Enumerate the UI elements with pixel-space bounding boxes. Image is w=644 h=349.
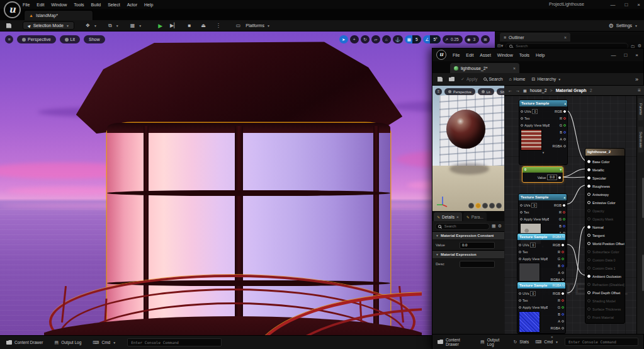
input-pin[interactable] xyxy=(519,251,521,253)
tab-lighthouse-2[interactable]: lighthouse_2* × xyxy=(450,63,519,73)
output-pin[interactable]: B xyxy=(558,262,564,269)
output-pin[interactable]: G xyxy=(559,215,565,222)
output-pin[interactable] xyxy=(558,176,561,179)
menu-item[interactable]: Actor xyxy=(127,3,137,7)
rgba-pin-tag[interactable]: RGBA ↻ xyxy=(553,234,565,240)
graph-options-icon[interactable]: ≡ xyxy=(638,88,641,93)
shape-cylinder-button[interactable] xyxy=(468,203,474,209)
input-pin[interactable] xyxy=(519,299,521,302)
node-material-result[interactable]: lighthouse_2 Base ColorMetallicSpecularR… xyxy=(585,148,625,324)
node-texture-sample-4[interactable]: Texture SampleRGBA ↻ UVs0 Tex Apply View… xyxy=(517,282,566,334)
menu-item[interactable]: Build xyxy=(91,3,101,7)
material-input-pin[interactable]: Surface Thickness xyxy=(587,305,624,313)
node-texture-sample-1[interactable]: Texture Sample▴ UVs0 Tex Apply View MipB… xyxy=(519,100,568,165)
close-icon[interactable]: × xyxy=(564,35,567,40)
apply-button[interactable]: ✓Apply xyxy=(461,77,477,82)
input-pin[interactable] xyxy=(520,218,523,220)
rotate-tool-icon[interactable]: ↻ xyxy=(361,35,370,43)
minimize-button[interactable]: — xyxy=(610,2,615,8)
lit-dropdown[interactable]: Lit xyxy=(478,88,494,95)
level-viewport[interactable]: ≡ Perspective Lit Show ➤ + ↻ ▱ ⌂ ⚓ ▦5 ∠5… xyxy=(0,31,495,335)
scale-tool-icon[interactable]: ▱ xyxy=(371,35,380,43)
input-pin[interactable] xyxy=(520,204,523,207)
hierarchy-dropdown[interactable]: ⊟Hierarchy▼ xyxy=(532,77,562,82)
output-pin[interactable]: RGB xyxy=(554,202,565,209)
material-input-pin[interactable]: Emissive Color xyxy=(587,198,624,207)
settings-dropdown[interactable]: ⚙ Settings ▼ xyxy=(609,23,638,29)
collapse-icon[interactable]: ▴ xyxy=(564,100,566,106)
show-dropdown[interactable]: Show xyxy=(497,88,504,95)
menu-item[interactable]: Help xyxy=(536,53,545,57)
input-pin[interactable] xyxy=(521,117,523,120)
material-input-pin[interactable]: Refraction (Disabled) xyxy=(587,280,624,289)
cmd-dropdown[interactable]: ⌨Cmd▼ xyxy=(535,340,558,345)
close-button[interactable]: × xyxy=(637,2,640,8)
console-command-field[interactable] xyxy=(127,338,222,346)
material-input-pin[interactable]: Front Material xyxy=(587,313,624,321)
surface-snap-icon[interactable]: ⚓ xyxy=(393,35,403,43)
input-pin[interactable] xyxy=(519,306,521,309)
maximize-viewport-icon[interactable]: ⊞ xyxy=(481,35,490,43)
stop-button[interactable]: ■ xyxy=(185,23,193,28)
material-input-pin[interactable]: Custom Data 1 xyxy=(587,264,624,272)
material-input-pin[interactable]: Anisotropy xyxy=(587,190,624,198)
tab-palette[interactable]: Palette xyxy=(638,98,643,120)
menu-item[interactable]: Select xyxy=(108,3,120,7)
output-pin[interactable]: A xyxy=(558,269,564,276)
collapse-icon[interactable]: ▾ xyxy=(560,167,562,173)
add-actor-button[interactable]: ❖▼ xyxy=(83,23,97,28)
material-input-pin[interactable]: Opacity xyxy=(587,207,624,215)
gear-icon[interactable]: ⚙ xyxy=(638,43,641,48)
skip-button[interactable]: ▶▏ xyxy=(167,23,180,28)
more-toolbar-items-icon[interactable]: » xyxy=(635,76,638,83)
console-input[interactable] xyxy=(565,340,638,344)
material-preview-viewport[interactable]: ≡ Perspective Lit Show xyxy=(432,86,504,211)
platforms-dropdown[interactable]: ▭ Platforms ▼ xyxy=(234,23,270,28)
input-pin[interactable] xyxy=(520,211,523,214)
output-pin[interactable]: A xyxy=(560,135,566,142)
close-icon[interactable]: × xyxy=(551,335,553,339)
details-search[interactable] xyxy=(435,223,490,230)
material-input-pin[interactable]: Base Color xyxy=(587,157,624,166)
rgba-pin-tag[interactable]: RGBA ↻ xyxy=(553,282,565,289)
output-pin[interactable]: B xyxy=(558,311,564,318)
node-constant-selected[interactable]: 0▾ Value 0.0 xyxy=(522,166,563,183)
selection-mode-dropdown[interactable]: ▶ Selection Mode ▼ xyxy=(23,21,74,30)
tab-parameters[interactable]: ✎ Para... xyxy=(463,212,487,221)
input-pin[interactable] xyxy=(519,292,521,295)
output-pin[interactable]: RGB xyxy=(555,108,566,115)
world-local-toggle-icon[interactable]: ⌂ xyxy=(382,35,391,43)
maximize-button[interactable]: □ xyxy=(624,2,628,8)
filter-icon[interactable]: ⊟▾ xyxy=(497,43,503,48)
browse-to-asset-icon[interactable] xyxy=(449,77,455,81)
input-pin[interactable] xyxy=(519,244,521,246)
material-graph-canvas[interactable]: MATERIAL Texture Sample▴ xyxy=(504,96,644,334)
collapse-icon[interactable]: ▴ xyxy=(563,194,565,200)
output-pin[interactable]: G xyxy=(560,122,566,129)
material-input-pin[interactable]: Roughness xyxy=(587,182,624,190)
material-input-pin[interactable]: Tangent xyxy=(587,231,624,239)
output-pin[interactable]: R xyxy=(560,115,566,122)
camera-speed-toggle[interactable]: ◉3 xyxy=(465,35,479,43)
breadcrumb-graph[interactable]: Material Graph xyxy=(556,88,587,93)
value-field[interactable] xyxy=(460,242,495,249)
minimize-button[interactable]: — xyxy=(611,52,616,58)
material-input-pin[interactable]: Ambient Occlusion xyxy=(587,272,624,280)
material-input-pin[interactable]: Custom Data 0 xyxy=(587,256,624,264)
outliner-search[interactable] xyxy=(506,43,628,48)
tab-outliner[interactable]: ≡ Outliner × xyxy=(500,33,570,42)
tab-details[interactable]: ✎ Details × xyxy=(434,212,462,221)
output-pin[interactable]: B xyxy=(559,222,565,229)
output-pin[interactable]: RGB xyxy=(553,290,564,297)
perspective-dropdown[interactable]: Perspective xyxy=(17,35,56,43)
search-button[interactable]: Search xyxy=(483,77,502,81)
menu-item[interactable]: Help xyxy=(144,3,153,7)
back-arrow-icon[interactable]: ← xyxy=(508,88,512,93)
select-tool-icon[interactable]: ➤ xyxy=(339,35,348,43)
menu-item[interactable]: Edit xyxy=(466,53,473,57)
shape-mesh-button[interactable] xyxy=(496,203,502,209)
lighthouse-selected-actor[interactable] xyxy=(44,31,422,335)
input-pin[interactable] xyxy=(521,110,523,113)
display-options-icon[interactable]: ▦ xyxy=(492,224,496,229)
camera-speed-value[interactable]: 3 xyxy=(472,37,477,42)
